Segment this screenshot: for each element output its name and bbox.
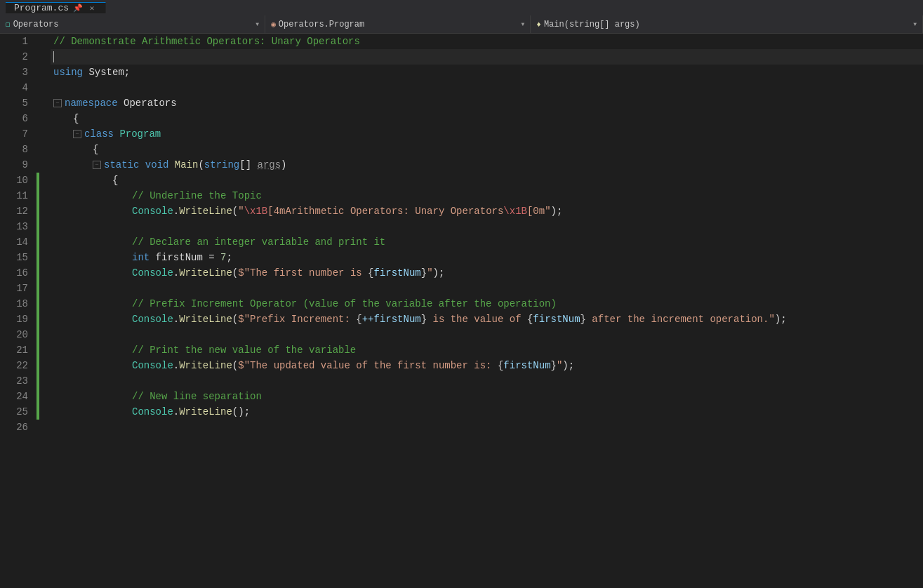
line1-comment: // Demonstrate Arithmetic Operators: Una…: [53, 34, 360, 49]
collapse-spacer11: [39, 203, 51, 219]
code-content[interactable]: // Demonstrate Arithmetic Operators: Una…: [51, 34, 923, 568]
line16-dot: .: [173, 265, 179, 281]
collapse-spacer9: [39, 173, 51, 188]
line25-dot: .: [173, 404, 179, 420]
line9-args: args: [258, 157, 281, 173]
code-line-4: [51, 80, 923, 95]
code-line-8: {: [51, 142, 923, 157]
line25-console: Console: [132, 404, 173, 420]
collapse-icon-class[interactable]: −: [73, 130, 81, 138]
line-num-16: 16: [6, 265, 28, 281]
collapse-spacer6: [39, 126, 51, 142]
nav-operators-icon: ◻: [6, 20, 11, 29]
collapse-spacer16: [39, 281, 51, 296]
line8-brace: {: [93, 142, 98, 157]
line10-brace: {: [112, 173, 118, 188]
nav-operators-arrow: ▼: [255, 21, 259, 27]
nav-bar: ◻ Operators ▼ ◉ Operators.Program ▼ ♦ Ma…: [0, 15, 923, 34]
collapse-spacer19: [39, 327, 51, 342]
collapse-spacer23: [39, 389, 51, 404]
line19-paren1: (: [232, 312, 238, 327]
line12-escape2: \x1B: [503, 203, 527, 219]
line16-brace2: }: [421, 265, 427, 281]
line9-bracket: []: [239, 157, 251, 173]
line12-str-mid2: Arithmetic Operators: Unary Operators: [285, 203, 503, 219]
line-num-8: 8: [6, 142, 28, 157]
code-line-3: using System;: [51, 65, 923, 80]
line12-writeline: WriteLine: [179, 203, 232, 219]
line25-writeline: WriteLine: [179, 404, 232, 420]
collapse-icon-namespace[interactable]: −: [53, 99, 62, 107]
line16-paren2: );: [433, 265, 445, 281]
line-num-11: 11: [6, 188, 28, 203]
line-num-4: 4: [6, 80, 28, 95]
line-num-13: 13: [6, 219, 28, 234]
line-num-24: 24: [6, 389, 28, 404]
line16-writeline: WriteLine: [179, 265, 232, 281]
line-num-10: 10: [6, 173, 28, 188]
line-num-5: 5: [6, 95, 28, 111]
collapse-spacer12: [39, 219, 51, 234]
line-num-2: 2: [6, 49, 28, 65]
nav-dropdown-main[interactable]: ♦ Main(string[] args) ▼: [531, 15, 923, 33]
nav-operators-label: Operators: [13, 20, 253, 29]
code-line-13: [51, 219, 923, 234]
collapse-spacer7: [39, 142, 51, 157]
line16-paren1: (: [232, 265, 238, 281]
line12-str-start: ": [238, 203, 244, 219]
code-line-23: [51, 373, 923, 389]
line22-brace1: {: [498, 358, 503, 373]
collapse-spacer2: [39, 65, 51, 80]
collapse-spacer14: [39, 250, 51, 265]
line9-space2: [251, 157, 257, 173]
collapse-gutter: [39, 34, 51, 568]
line3-using: using: [53, 65, 83, 80]
line12-dot: .: [173, 203, 179, 219]
code-line-25: Console.WriteLine();: [51, 404, 923, 420]
line22-str1: $"The updated value of the first number …: [238, 358, 498, 373]
line15-semi: ;: [226, 250, 232, 265]
line16-var: firstNum: [374, 265, 421, 281]
line19-str1: $"Prefix Increment:: [238, 312, 356, 327]
nav-dropdown-operators[interactable]: ◻ Operators ▼: [0, 15, 265, 33]
line16-brace1: {: [368, 265, 373, 281]
code-line-2: [51, 49, 923, 65]
line19-brace3: {: [527, 312, 533, 327]
line22-dot: .: [173, 358, 179, 373]
nav-main-icon: ♦: [536, 20, 541, 29]
file-tab[interactable]: Program.cs 📌 ✕: [6, 2, 106, 13]
line24-comment: // New line separation: [132, 389, 262, 404]
nav-dropdown-program[interactable]: ◉ Operators.Program ▼: [265, 15, 531, 33]
line12-str-end: [0m": [527, 203, 551, 219]
line-numbers: 1 2 3 4 5 6 7 8 9 10 11 12 13 14 15 16 1…: [0, 34, 36, 568]
collapse-spacer4: [39, 95, 51, 111]
code-line-10: {: [51, 173, 923, 188]
line9-static: static: [104, 157, 139, 173]
line19-brace4: }: [580, 312, 586, 327]
line3-system: System;: [83, 65, 130, 80]
line9-string: string: [204, 157, 239, 173]
collapse-spacer17: [39, 296, 51, 312]
collapse-spacer26: [39, 435, 51, 450]
code-line-20: [51, 327, 923, 342]
collapse-spacer18: [39, 312, 51, 327]
code-line-12: Console.WriteLine("\x1B[4mArithmetic Ope…: [51, 203, 923, 219]
editor: 1 2 3 4 5 6 7 8 9 10 11 12 13 14 15 16 1…: [0, 34, 923, 568]
tab-pin-icon: 📌: [73, 4, 83, 13]
code-line-15: int firstNum = 7;: [51, 250, 923, 265]
line14-comment: // Declare an integer variable and print…: [132, 234, 385, 250]
line5-namespace: namespace: [65, 95, 118, 111]
line19-writeline: WriteLine: [179, 312, 232, 327]
line-num-25: 25: [6, 404, 28, 420]
nav-program-label: Operators.Program: [279, 20, 519, 29]
collapse-spacer8: [39, 157, 51, 173]
collapse-icon-method[interactable]: −: [93, 161, 101, 169]
line19-str2: is the value of: [427, 312, 527, 327]
tab-close-button[interactable]: ✕: [87, 4, 97, 13]
line15-number: 7: [220, 250, 226, 265]
line12-paren1: (: [232, 203, 238, 219]
code-line-17: [51, 281, 923, 296]
line9-main: Main: [175, 157, 199, 173]
line19-brace1: {: [356, 312, 361, 327]
line9-void: [139, 157, 145, 173]
